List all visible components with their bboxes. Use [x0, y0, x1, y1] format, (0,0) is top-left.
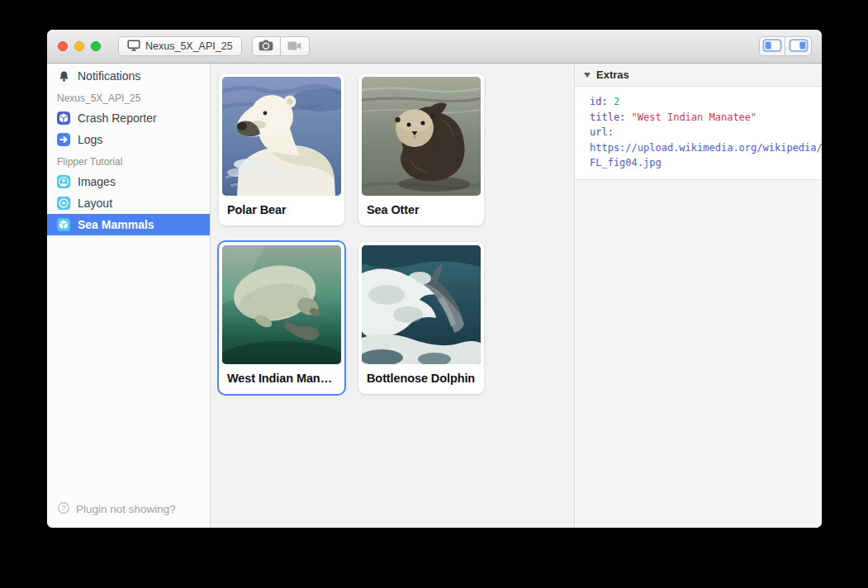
cube-icon	[57, 111, 70, 125]
manatee-photo	[222, 245, 341, 364]
code-line-id: id: 2	[590, 94, 822, 110]
traffic-lights	[58, 41, 101, 51]
toggle-left-sidebar-button[interactable]	[759, 36, 785, 56]
zoom-button[interactable]	[91, 41, 101, 51]
video-camera-icon	[287, 40, 301, 53]
extras-panel: Extras id: 2 title: "West Indian Manatee…	[574, 64, 822, 528]
avatar-icon	[57, 175, 70, 188]
sidebar-item-label: Logs	[78, 133, 102, 146]
camera-icon	[259, 40, 273, 54]
disclosure-triangle-icon	[584, 73, 591, 78]
card-sea-otter[interactable]: Sea Otter	[358, 74, 484, 225]
footer-label: Plugin not showing?	[76, 503, 176, 515]
svg-text:?: ?	[61, 504, 65, 512]
screen-record-button[interactable]	[281, 36, 310, 56]
extras-data-view: id: 2 title: "West Indian Manatee" url: …	[575, 87, 822, 180]
sidebar-item-sea-mammals[interactable]: Sea Mammals	[47, 214, 210, 235]
card-west-indian-manatee[interactable]: West Indian Manatee	[219, 242, 344, 394]
app-body: Notifications Nexus_5X_API_25 Crash Repo…	[47, 64, 822, 528]
card-title: Bottlenose Dolphin	[362, 364, 481, 391]
sidebar-item-logs[interactable]: Logs	[47, 129, 210, 150]
minimize-button[interactable]	[74, 41, 84, 51]
sidebar-section-tutorial: Flipper Tutorial	[47, 150, 210, 171]
panel-toggle-group	[759, 36, 812, 56]
card-title: Sea Otter	[362, 196, 481, 222]
code-line-url-tail: FL_fig04.jpg	[590, 155, 822, 171]
help-icon: ?	[57, 501, 70, 517]
screenshot-button[interactable]	[252, 36, 281, 56]
dolphin-photo	[362, 245, 481, 364]
close-button[interactable]	[58, 41, 68, 51]
sidebar-item-crash-reporter[interactable]: Crash Reporter	[47, 107, 210, 129]
card-bottlenose-dolphin[interactable]: Bottlenose Dolphin	[358, 242, 484, 394]
panel-left-icon	[762, 38, 782, 55]
extras-empty-area	[575, 180, 822, 529]
sidebar-item-label: Sea Mammals	[78, 218, 154, 231]
plugin-sidebar: Notifications Nexus_5X_API_25 Crash Repo…	[47, 64, 211, 528]
sidebar-item-images[interactable]: Images	[47, 171, 210, 192]
sidebar-item-label: Notifications	[78, 69, 140, 83]
arrow-right-icon	[57, 133, 70, 146]
extras-title: Extras	[596, 69, 629, 81]
window-titlebar[interactable]: Nexus_5X_API_25	[47, 30, 822, 64]
code-line-url-value: https://upload.wikimedia.org/wikipedia/c…	[590, 140, 822, 156]
sea-mammals-plugin-content: Polar Bear	[211, 64, 574, 528]
bell-icon	[57, 69, 70, 83]
device-selector-button[interactable]: Nexus_5X_API_25	[118, 36, 242, 56]
target-icon	[57, 197, 70, 210]
capture-button-group	[252, 36, 310, 56]
sidebar-item-notifications[interactable]: Notifications	[47, 65, 210, 87]
sidebar-item-layout[interactable]: Layout	[47, 192, 210, 214]
code-line-title: title: "West Indian Manatee"	[590, 110, 822, 126]
sidebar-item-label: Images	[78, 175, 116, 188]
code-line-url-key: url:	[590, 125, 822, 140]
screen-background: Nexus_5X_API_25	[0, 0, 868, 588]
flipper-window: Nexus_5X_API_25	[47, 30, 822, 528]
device-name-label: Nexus_5X_API_25	[145, 40, 233, 52]
plugin-not-showing-link[interactable]: ? Plugin not showing?	[57, 501, 176, 517]
device-monitor-icon	[127, 40, 140, 54]
card-polar-bear[interactable]: Polar Bear	[219, 74, 344, 225]
card-grid: Polar Bear	[219, 74, 566, 394]
sidebar-item-label: Crash Reporter	[78, 111, 157, 125]
cube-icon	[57, 218, 70, 231]
card-title: West Indian Manatee	[222, 364, 341, 391]
toggle-right-sidebar-button[interactable]	[785, 36, 812, 56]
polar-bear-photo	[222, 77, 341, 196]
extras-panel-header[interactable]: Extras	[575, 64, 822, 87]
sea-otter-photo	[362, 77, 481, 196]
sidebar-section-device: Nexus_5X_API_25	[47, 87, 210, 107]
card-title: Polar Bear	[222, 196, 341, 222]
sidebar-item-label: Layout	[78, 197, 112, 210]
panel-right-icon	[789, 38, 809, 55]
